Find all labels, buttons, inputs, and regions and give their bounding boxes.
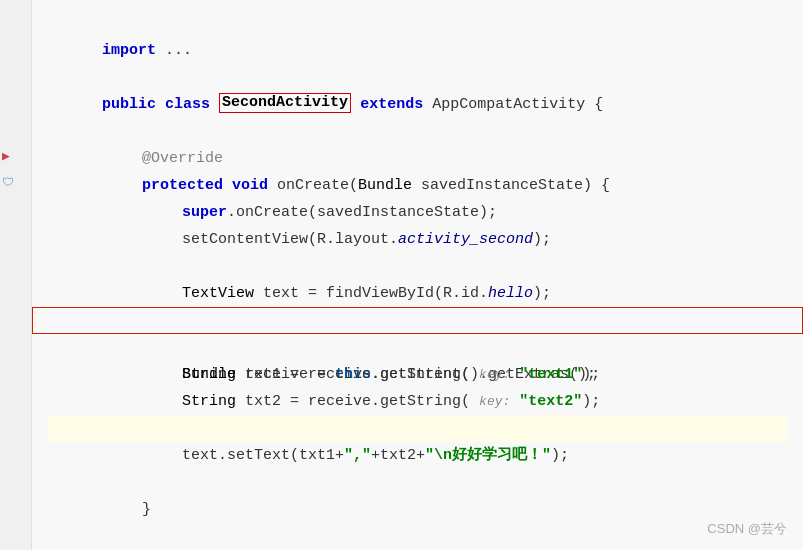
watermark: CSDN @芸兮 — [707, 520, 787, 538]
gutter: ▶ 🛡 — [0, 0, 32, 550]
gutter-shield-icon: 🛡 — [2, 175, 14, 190]
bundle-line-highlight-box — [32, 307, 803, 334]
line-blank-3 — [48, 226, 787, 253]
line-override: @Override — [48, 118, 787, 145]
line-oncreate: protected void onCreate(Bundle savedInst… — [48, 145, 787, 172]
line-blank-2 — [48, 91, 787, 118]
line-setcontentview: setContentView(R.layout.activity_second)… — [48, 199, 787, 226]
gutter-arrow-icon: ▶ — [2, 148, 10, 164]
line-blank-4 — [48, 280, 787, 307]
line-close-method: } — [48, 469, 787, 496]
line-class-decl: public class SecondActivity extends AppC… — [48, 64, 787, 91]
line-import: import ... — [48, 10, 787, 37]
line-txt1: String txt1 = receive.getString( key: "t… — [48, 334, 787, 361]
line-textview: TextView text = findViewById(R.id.hello)… — [48, 253, 787, 280]
line-blank-5 — [48, 388, 787, 415]
line-settext: text.setText(txt1+","+txt2+"\n好好学习吧！"); — [48, 415, 787, 442]
line-txt2: String txt2 = receive.getString( key: "t… — [48, 361, 787, 388]
line-blank-6 — [48, 442, 787, 469]
line-close-class: } — [48, 523, 787, 550]
line-blank-7 — [48, 496, 787, 523]
line-bundle: Bundle receive = this.getIntent().getExt… — [48, 307, 787, 334]
code-area: import ... public class SecondActivity e… — [32, 0, 803, 550]
line-super: super.onCreate(savedInstanceState); — [48, 172, 787, 199]
editor-area: ▶ 🛡 import ... public class SecondActivi… — [0, 0, 803, 550]
line-blank-1 — [48, 37, 787, 64]
